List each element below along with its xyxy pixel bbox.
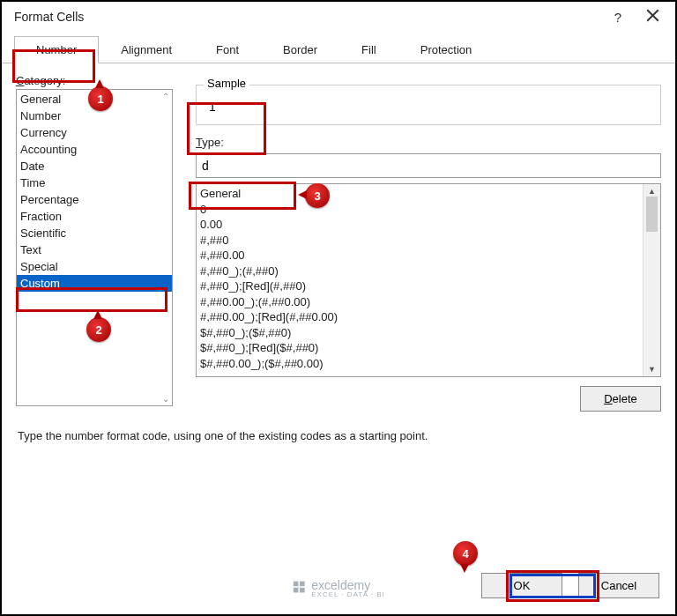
type-item[interactable]: General	[200, 186, 639, 202]
type-item[interactable]: #,##0	[200, 233, 639, 249]
ok-button[interactable]: OK	[481, 573, 562, 598]
category-items: General Number Currency Accounting Date …	[17, 90, 172, 292]
scroll-thumb[interactable]	[646, 197, 658, 232]
category-item-time[interactable]: Time	[17, 174, 172, 191]
titlebar: Format Cells ?	[2, 2, 675, 26]
svg-rect-5	[300, 588, 305, 593]
left-panel: Category: ⌃ General Number Currency Acco…	[16, 74, 189, 412]
svg-rect-3	[300, 582, 305, 587]
category-item-fraction[interactable]: Fraction	[17, 208, 172, 225]
category-list[interactable]: ⌃ General Number Currency Accounting Dat…	[16, 89, 173, 406]
sample-box: Sample 1	[196, 85, 661, 125]
cancel-button[interactable]: Cancel	[578, 573, 659, 598]
type-item[interactable]: 0	[200, 202, 639, 218]
sample-label: Sample	[204, 77, 249, 90]
type-item[interactable]: $#,##0.00_);($#,##0.00)	[200, 356, 639, 372]
type-list[interactable]: General 0 0.00 #,##0 #,##0.00 #,##0_);(#…	[196, 183, 661, 377]
sample-value: 1	[207, 94, 650, 114]
category-item-percentage[interactable]: Percentage	[17, 191, 172, 208]
right-panel: Sample 1 Type: General 0 0.00 #,##0 #,##…	[189, 74, 661, 412]
chevron-up-icon[interactable]: ⌃	[162, 92, 169, 101]
annotation-num-4: 4	[453, 541, 478, 566]
svg-rect-2	[294, 582, 299, 587]
tab-font[interactable]: Font	[194, 36, 261, 63]
type-scrollbar[interactable]: ▲ ▼	[643, 184, 660, 376]
close-icon[interactable]	[646, 9, 659, 25]
hint-text: Type the number format code, using one o…	[2, 429, 675, 442]
category-item-general[interactable]: General	[17, 91, 172, 108]
delete-button[interactable]: Delete	[580, 386, 661, 412]
type-item[interactable]: $#,##0_);($#,##0)	[200, 325, 639, 341]
watermark-logo-icon	[292, 580, 306, 597]
help-icon[interactable]: ?	[614, 10, 621, 25]
category-item-special[interactable]: Special	[17, 258, 172, 275]
category-item-accounting[interactable]: Accounting	[17, 141, 172, 158]
type-items: General 0 0.00 #,##0 #,##0.00 #,##0_);(#…	[197, 184, 643, 376]
tab-protection[interactable]: Protection	[398, 36, 495, 63]
watermark-text: exceldemy EXCEL · DATA · BI	[311, 578, 385, 598]
category-item-currency[interactable]: Currency	[17, 124, 172, 141]
scroll-down-icon[interactable]: ▼	[648, 362, 656, 376]
type-item[interactable]: #,##0_);[Red](#,##0)	[200, 278, 639, 294]
tab-fill[interactable]: Fill	[339, 36, 398, 63]
type-input[interactable]	[196, 153, 661, 178]
category-item-custom[interactable]: Custom	[17, 275, 172, 292]
content: Category: ⌃ General Number Currency Acco…	[2, 63, 675, 412]
type-item[interactable]: $#,##0_);[Red]($#,##0)	[200, 340, 639, 356]
titlebar-controls: ?	[614, 9, 659, 25]
type-item[interactable]: #,##0.00	[200, 248, 639, 263]
category-item-text[interactable]: Text	[17, 241, 172, 258]
svg-rect-4	[294, 588, 299, 593]
type-item[interactable]: #,##0.00_);[Red](#,##0.00)	[200, 309, 639, 325]
chevron-down-icon[interactable]: ⌄	[162, 394, 169, 404]
tab-alignment[interactable]: Alignment	[99, 36, 194, 63]
type-item[interactable]: 0.00	[200, 217, 639, 233]
watermark: exceldemy EXCEL · DATA · BI	[292, 578, 385, 598]
category-item-number[interactable]: Number	[17, 108, 172, 124]
tab-number[interactable]: Number	[14, 36, 99, 63]
delete-row: Delete	[196, 386, 661, 412]
type-item[interactable]: #,##0.00_);(#,##0.00)	[200, 294, 639, 310]
footer-buttons: OK Cancel	[481, 573, 659, 598]
type-item[interactable]: #,##0_);(#,##0)	[200, 263, 639, 279]
category-label: Category:	[16, 74, 189, 87]
tab-border[interactable]: Border	[261, 36, 339, 63]
tab-bar: Number Alignment Font Border Fill Protec…	[2, 35, 675, 63]
type-label: Type:	[196, 136, 661, 149]
category-item-date[interactable]: Date	[17, 158, 172, 174]
category-item-scientific[interactable]: Scientific	[17, 225, 172, 241]
window-title: Format Cells	[14, 10, 84, 24]
